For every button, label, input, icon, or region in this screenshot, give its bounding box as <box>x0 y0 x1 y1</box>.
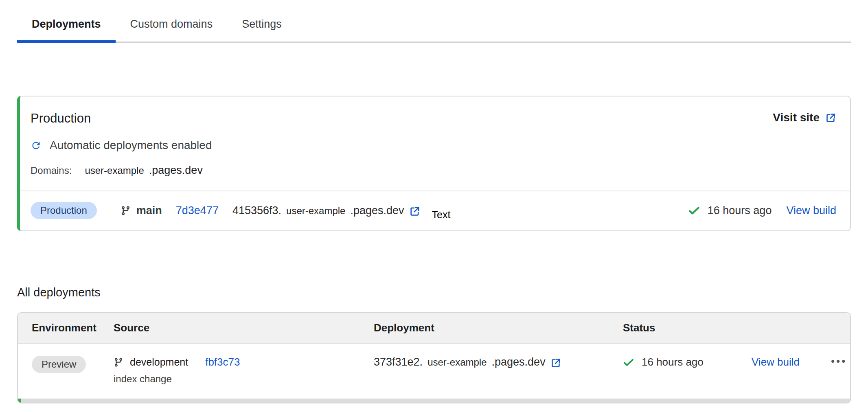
column-header-status: Status <box>623 322 752 334</box>
next-row-partial <box>18 399 850 403</box>
git-branch-icon <box>121 206 131 216</box>
deployment-url-link[interactable]: 373f31e2. user-example .pages.dev <box>374 356 623 368</box>
check-icon <box>688 204 700 217</box>
deployment-url-name: user-example <box>286 205 345 217</box>
deployment-url-name: user-example <box>427 357 487 368</box>
table-header-row: Environment Source Deployment Status <box>18 313 850 344</box>
deployment-time: 16 hours ago <box>708 204 772 217</box>
external-link-icon <box>550 357 561 368</box>
domains-row: Domains: user-example .pages.dev <box>31 164 850 177</box>
branch-name: development <box>130 356 188 368</box>
source-branch-line: development fbf3c73 <box>114 356 374 368</box>
refresh-icon <box>31 140 42 151</box>
production-deployment-row: Production main 7d3e477 415356f3. user-e… <box>20 191 850 230</box>
auto-deployments-text: Automatic deployments enabled <box>50 139 212 152</box>
visit-site-label: Visit site <box>773 111 820 124</box>
branch-group: main <box>121 204 162 217</box>
production-row-status: 16 hours ago View build <box>688 204 836 217</box>
text-annotation: Text <box>432 209 451 221</box>
deployment-cell: 373f31e2. user-example .pages.dev <box>374 356 623 368</box>
deployment-url-hash: 373f31e2. <box>374 356 423 368</box>
all-deployments-title: All deployments <box>17 286 851 299</box>
deployment-url-suffix: .pages.dev <box>350 204 404 217</box>
domain-name: user-example <box>85 165 144 176</box>
deployment-time: 16 hours ago <box>642 356 704 368</box>
branch-name: main <box>136 204 162 217</box>
ellipsis-menu-icon[interactable]: ••• <box>831 352 847 367</box>
visit-site-link[interactable]: Visit site <box>773 111 836 124</box>
deployment-url-hash: 415356f3. <box>232 204 281 217</box>
commit-link[interactable]: 7d3e477 <box>176 204 219 217</box>
domain-suffix: .pages.dev <box>149 164 203 177</box>
table-row: Preview development fbf3c73 index change… <box>18 344 850 399</box>
check-icon <box>623 357 634 368</box>
environment-badge-preview: Preview <box>32 356 86 373</box>
production-title: Production <box>31 111 91 126</box>
row-menu-cell: ••• <box>831 356 850 366</box>
auto-deployments-row: Automatic deployments enabled <box>31 139 850 152</box>
view-build-link[interactable]: View build <box>786 204 836 217</box>
domains-label: Domains: <box>31 165 72 176</box>
tab-deployments[interactable]: Deployments <box>17 6 116 43</box>
production-card: Production Visit site Automatic deploym <box>17 96 851 231</box>
pages-project-panel: Deployments Custom domains Settings Prod… <box>0 6 868 403</box>
environment-cell: Preview <box>18 356 111 373</box>
view-build-link[interactable]: View build <box>752 356 800 368</box>
source-cell: development fbf3c73 index change <box>111 356 374 385</box>
deployment-url-suffix: .pages.dev <box>492 356 546 368</box>
tab-settings[interactable]: Settings <box>227 6 296 43</box>
external-link-icon <box>409 206 421 217</box>
commit-message: index change <box>114 373 374 385</box>
deployment-url-link[interactable]: 415356f3. user-example .pages.dev <box>232 204 421 217</box>
status-cell: 16 hours ago <box>623 356 752 368</box>
column-header-deployment: Deployment <box>374 322 623 334</box>
git-branch-icon <box>114 357 123 367</box>
deployments-table: Environment Source Deployment Status Pre… <box>17 312 851 403</box>
column-header-source: Source <box>111 322 374 334</box>
view-build-cell: View build <box>752 356 831 368</box>
commit-link[interactable]: fbf3c73 <box>205 356 240 368</box>
tab-bar: Deployments Custom domains Settings <box>17 6 851 43</box>
tab-custom-domains[interactable]: Custom domains <box>116 6 228 43</box>
column-header-environment: Environment <box>18 322 111 334</box>
external-link-icon <box>825 112 836 123</box>
production-card-header: Production Visit site <box>20 96 850 126</box>
environment-badge-production: Production <box>31 202 97 219</box>
